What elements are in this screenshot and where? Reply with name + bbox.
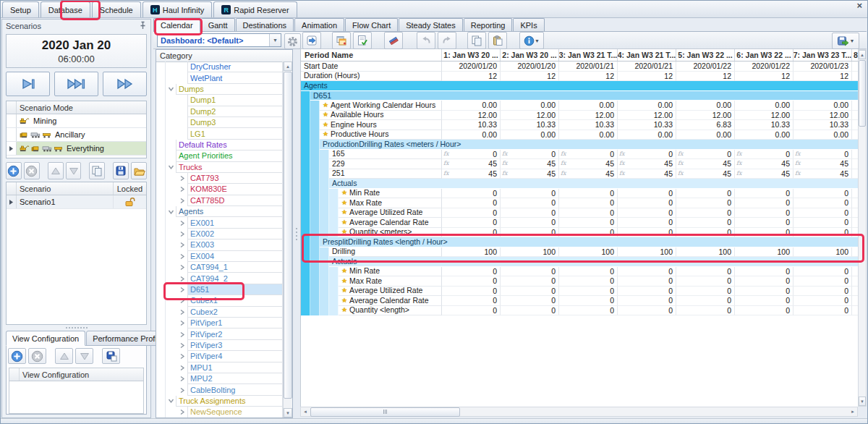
category-item-mpu1[interactable]: MPU1 (156, 362, 283, 373)
grid-row-duration-hours-[interactable]: Duration (Hours)12121212121212 (301, 72, 858, 82)
value-cell[interactable]: 2020/01/22 (676, 62, 735, 72)
scrollbar-thumb[interactable] (284, 72, 292, 399)
save-as-button[interactable] (102, 348, 120, 364)
category-item-mpu2[interactable]: MPU2 (156, 373, 283, 384)
value-cell[interactable]: fx0 (735, 150, 793, 160)
value-cell[interactable]: 0 (559, 276, 618, 287)
value-cell[interactable]: 0 (618, 189, 676, 199)
value-cell[interactable]: 0 (735, 267, 793, 277)
value-cell[interactable]: 12 (676, 72, 735, 82)
value-cell[interactable]: 0 (676, 228, 735, 238)
value-cell[interactable]: 0 (442, 218, 501, 228)
collapse-icon[interactable] (166, 396, 176, 407)
expand-icon[interactable] (177, 262, 187, 273)
expand-icon[interactable] (177, 239, 187, 250)
category-item-drycrusher[interactable]: DryCrusher (156, 62, 283, 72)
value-cell[interactable]: 0 (501, 306, 559, 316)
value-cell[interactable]: fx0 (442, 150, 501, 160)
step-forward-button[interactable] (6, 72, 50, 96)
category-item-pitviper2[interactable]: PitViper2 (156, 328, 283, 339)
expand-icon[interactable] (177, 284, 187, 295)
scrollbar-thumb[interactable] (310, 407, 460, 417)
group-row-d651[interactable]: D651 (301, 91, 858, 101)
category-item-kom830e[interactable]: KOM830E (156, 184, 283, 195)
value-cell[interactable]: fx0 (676, 150, 735, 160)
value-cell[interactable]: 0 (735, 218, 793, 228)
grid-row-average-calendar-rate[interactable]: ★Average Calendar Rate0000000 (301, 296, 858, 306)
period-column-header-7[interactable]: 7: Jan W3 23 T... (793, 49, 852, 61)
grid-row-quantity-meters-[interactable]: ★Quantity <meters>0000000 (301, 228, 858, 238)
value-cell[interactable]: fx45 (793, 169, 852, 179)
grid-row-251[interactable]: 251fx45fx45fx45fx45fx45fx45fx45 (301, 169, 858, 179)
category-item-default-rates[interactable]: Default Rates (156, 140, 283, 150)
value-cell[interactable]: 0.00 (618, 130, 676, 140)
expand-icon[interactable] (177, 351, 187, 362)
value-cell[interactable]: 0 (676, 287, 735, 297)
value-cell[interactable]: 0 (793, 276, 852, 287)
tab-destinations[interactable]: Destinations (236, 18, 294, 31)
value-cell[interactable]: fx45 (676, 169, 735, 179)
value-cell[interactable]: fx0 (559, 150, 618, 160)
grid-row-quantity-length-[interactable]: ★Quantity <length>0000000 (301, 306, 858, 316)
eraser-button[interactable] (384, 32, 403, 49)
value-cell[interactable]: 100 (559, 247, 618, 258)
value-cell[interactable]: fx45 (559, 169, 618, 179)
export-report-button[interactable]: ▼ (832, 33, 859, 49)
value-cell[interactable]: 0.00 (735, 130, 793, 140)
value-cell[interactable]: 10.33 (559, 120, 618, 130)
category-item-cat785d[interactable]: CAT785D (156, 195, 283, 206)
copy-dashboard-button[interactable] (332, 32, 351, 49)
value-cell[interactable]: 0 (442, 228, 501, 238)
value-cell[interactable]: 0 (559, 306, 618, 316)
value-cell[interactable]: fx45 (793, 159, 852, 169)
value-cell[interactable]: 0 (735, 276, 793, 287)
value-cell[interactable]: 12 (618, 72, 676, 82)
value-cell[interactable]: 0.00 (735, 101, 793, 111)
category-item-d651[interactable]: D651 (156, 284, 283, 295)
category-item-cat793[interactable]: CAT793 (156, 173, 283, 184)
category-item-ex003[interactable]: EX003 (156, 239, 283, 250)
value-cell[interactable]: 100 (735, 247, 793, 258)
value-cell[interactable]: 0.00 (501, 130, 559, 140)
value-cell[interactable]: 0 (442, 306, 501, 316)
period-column-header-1[interactable]: 1: Jan W3 20 ... (442, 49, 501, 61)
tab-animation[interactable]: Animation (294, 18, 344, 31)
group-row-actuals[interactable]: Actuals (301, 257, 858, 267)
value-cell[interactable]: 0 (501, 208, 559, 219)
collapse-icon[interactable] (166, 162, 176, 173)
grid-row-max-rate[interactable]: ★Max Rate0000000 (301, 198, 858, 208)
category-item-agent-priorities[interactable]: Agent Priorities (156, 150, 283, 161)
category-item-dump3[interactable]: Dump3 (156, 117, 283, 128)
tab-steady-states[interactable]: Steady States (399, 18, 463, 31)
scenario-mode-row-mining[interactable]: Mining (7, 114, 146, 128)
value-cell[interactable]: fx45 (501, 159, 559, 169)
value-cell[interactable]: 12.00 (735, 111, 793, 121)
value-cell[interactable]: 0 (676, 189, 735, 199)
group-row-productiondrilling-rates-meters-hour-[interactable]: ProductionDrilling Rates <meters / Hour> (301, 140, 858, 150)
expand-icon[interactable] (177, 384, 187, 395)
category-item-truck-assignments[interactable]: Truck Assignments (156, 396, 283, 407)
grid-row-average-utilized-rate[interactable]: ★Average Utilized Rate0000000 (301, 208, 858, 219)
info-button[interactable]: ▼ (519, 32, 544, 49)
value-cell[interactable]: 0.00 (793, 130, 852, 140)
scroll-up-icon[interactable]: ▲ (284, 62, 292, 71)
value-cell[interactable]: 12.00 (618, 111, 676, 121)
expand-icon[interactable] (177, 318, 187, 328)
value-cell[interactable]: 0 (793, 306, 852, 316)
value-cell[interactable]: 0 (501, 287, 559, 297)
value-cell[interactable]: 0 (676, 208, 735, 219)
top-tab-database[interactable]: Database (41, 1, 90, 17)
value-cell[interactable]: fx45 (618, 159, 676, 169)
value-cell[interactable]: 0.00 (793, 101, 852, 111)
value-cell[interactable]: 0.00 (442, 101, 501, 111)
tab-flow-chart[interactable]: Flow Chart (345, 18, 398, 31)
value-cell[interactable]: 0 (618, 306, 676, 316)
category-item-dumps[interactable]: Dumps (156, 84, 283, 95)
tab-calendar[interactable]: Calendar (153, 18, 200, 32)
value-cell[interactable]: 12 (442, 72, 501, 82)
value-cell[interactable]: 0 (442, 276, 501, 287)
period-column-header-5[interactable]: 5: Jan W3 22 ... (676, 49, 735, 61)
period-column-header-6[interactable]: 6: Jan W3 22 ... (735, 49, 793, 61)
value-cell[interactable]: 0 (735, 208, 793, 219)
open-button[interactable] (131, 162, 147, 179)
